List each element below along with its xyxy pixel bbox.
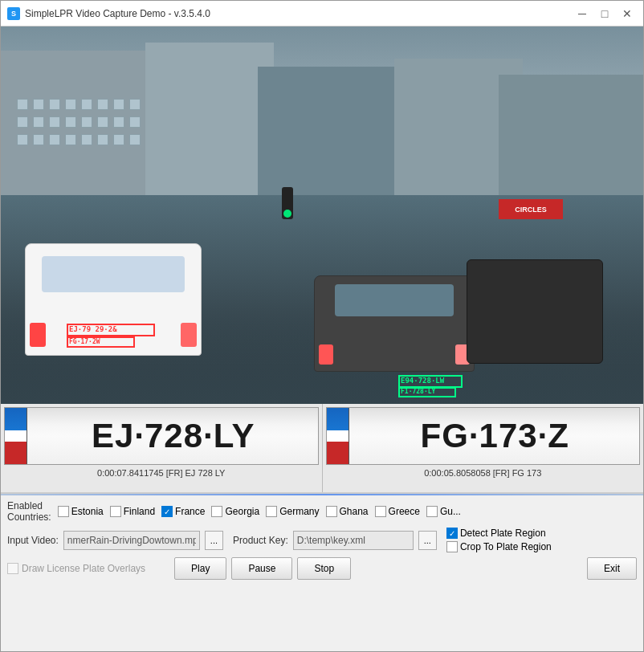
window-cell (129, 134, 141, 145)
window-cell (65, 99, 76, 110)
country-georgia[interactable]: Georgia (211, 506, 259, 517)
ghana-label: Ghana (340, 506, 369, 517)
crop-to-plate-region-label: Crop To Plate Region (460, 541, 552, 552)
country-france[interactable]: ✓ France (161, 506, 205, 517)
input-video-label: Input Video: (7, 535, 59, 546)
plate-number-display-2: FG·173·Z (421, 417, 569, 455)
estonia-checkbox[interactable] (58, 506, 69, 517)
video-traffic-light (282, 187, 293, 219)
video-van-window (42, 256, 185, 292)
window-cell (129, 99, 141, 110)
window-cell (49, 116, 60, 128)
france-checkbox[interactable]: ✓ (161, 506, 173, 517)
plates-row: EJ·728·LY 0:00:07.8411745 [FR] EJ 728 LY… (1, 404, 643, 494)
window-cell (81, 134, 92, 145)
stop-button[interactable]: Stop (297, 557, 351, 580)
plate-thumbnail-1: EJ·728·LY 0:00:07.8411745 [FR] EJ 728 LY (1, 404, 323, 492)
pause-button[interactable]: Pause (231, 557, 292, 580)
window-cell (97, 99, 108, 110)
window-controls: ─ □ ✕ (573, 4, 637, 23)
video-van-light-right (181, 323, 197, 347)
finland-checkbox[interactable] (110, 506, 121, 517)
plate-text-3: E94·728·LW (401, 377, 444, 385)
draw-overlays-label: Draw License Plate Overlays (22, 563, 145, 574)
country-estonia[interactable]: Estonia (58, 506, 104, 517)
window-cell (81, 99, 92, 110)
finland-label: Finland (124, 506, 155, 517)
video-content: CIRCLES EJ·79 29·2& FG·17·2W E94·728·LW (1, 26, 643, 404)
app-icon: S (7, 7, 20, 20)
country-gu[interactable]: Gu... (426, 506, 461, 517)
detect-plate-region-option[interactable]: ✓ Detect Plate Region (446, 528, 552, 539)
buttons-row: Draw License Plate Overlays Play Pause S… (7, 557, 637, 580)
plate-text-1: EJ·79 29·2& (69, 325, 117, 333)
window-cell (113, 134, 124, 145)
video-van-light-left (30, 323, 46, 347)
minimize-button[interactable]: ─ (573, 4, 592, 23)
product-key-field[interactable] (293, 531, 414, 550)
input-row: Input Video: ... Product Key: ... ✓ Dete… (7, 528, 637, 552)
video-building-2 (145, 43, 274, 219)
window-cell (113, 99, 124, 110)
window-title: SimpleLPR Video Capture Demo - v.3.5.4.0 (25, 8, 573, 19)
greece-label: Greece (389, 506, 420, 517)
ghana-checkbox[interactable] (326, 506, 337, 517)
country-greece[interactable]: Greece (375, 506, 420, 517)
crop-to-plate-region-checkbox[interactable] (446, 541, 458, 552)
plate-info-1: 0:00:07.8411745 [FR] EJ 728 LY (97, 468, 225, 478)
draw-overlays-option: Draw License Plate Overlays (7, 563, 145, 574)
window-cell (49, 134, 60, 145)
close-button[interactable]: ✕ (618, 4, 637, 23)
window-cell (65, 116, 76, 128)
window-cell (33, 134, 44, 145)
plate-fr-badge-2 (327, 408, 349, 464)
plate-thumbnail-2: FG·173·Z 0:00:05.8058058 [FR] FG 173 (323, 404, 644, 492)
gu-label: Gu... (440, 506, 461, 517)
video-sedan-window (335, 284, 454, 316)
window-cell (17, 134, 28, 145)
country-finland[interactable]: Finland (110, 506, 155, 517)
input-video-browse-button[interactable]: ... (205, 531, 223, 550)
germany-label: Germany (279, 506, 319, 517)
video-dark-car (467, 259, 603, 364)
plate-info-2: 0:00:05.8058058 [FR] FG 173 (424, 468, 541, 478)
plate-text-2: FG·17·2W (69, 338, 100, 345)
video-traffic-green (283, 210, 291, 218)
plate-text-4: F1·728·LY (401, 388, 435, 395)
germany-checkbox[interactable] (266, 506, 277, 517)
draw-overlays-checkbox (7, 563, 18, 574)
window-cell (113, 116, 124, 128)
georgia-checkbox[interactable] (211, 506, 222, 517)
play-button[interactable]: Play (174, 557, 226, 580)
countries-row: EnabledCountries: Estonia Finland ✓ Fran… (7, 500, 637, 523)
video-sedan-light-left (319, 344, 333, 365)
input-video-field[interactable] (63, 531, 200, 550)
product-key-label: Product Key: (233, 535, 288, 546)
video-sign: CIRCLES (499, 199, 563, 219)
gu-checkbox[interactable] (426, 506, 438, 517)
plate-image-2: FG·173·Z (326, 407, 641, 465)
country-ghana[interactable]: Ghana (326, 506, 369, 517)
video-area: CIRCLES EJ·79 29·2& FG·17·2W E94·728·LW (1, 26, 643, 404)
country-germany[interactable]: Germany (266, 506, 319, 517)
detect-plate-region-checkbox[interactable]: ✓ (446, 528, 458, 539)
exit-button[interactable]: Exit (587, 557, 637, 580)
plate-number-display-1: EJ·728·LY (92, 417, 255, 455)
window-cell (17, 116, 28, 128)
window-cell (33, 99, 44, 110)
product-key-browse-button[interactable]: ... (418, 531, 437, 550)
crop-to-plate-region-option[interactable]: Crop To Plate Region (446, 541, 552, 552)
plate-image-1: EJ·728·LY (4, 407, 319, 465)
detect-plate-region-label: Detect Plate Region (460, 528, 546, 539)
window-cell (81, 116, 92, 128)
greece-checkbox[interactable] (375, 506, 386, 517)
countries-label: EnabledCountries: (7, 500, 51, 523)
video-sedan (314, 275, 475, 372)
right-panel: ✓ Detect Plate Region Crop To Plate Regi… (446, 528, 552, 552)
restore-button[interactable]: □ (595, 4, 614, 23)
france-label: France (175, 506, 205, 517)
window-cell (129, 116, 141, 128)
estonia-label: Estonia (71, 506, 104, 517)
title-bar: S SimpleLPR Video Capture Demo - v.3.5.4… (1, 1, 643, 26)
window-cell (17, 99, 28, 110)
